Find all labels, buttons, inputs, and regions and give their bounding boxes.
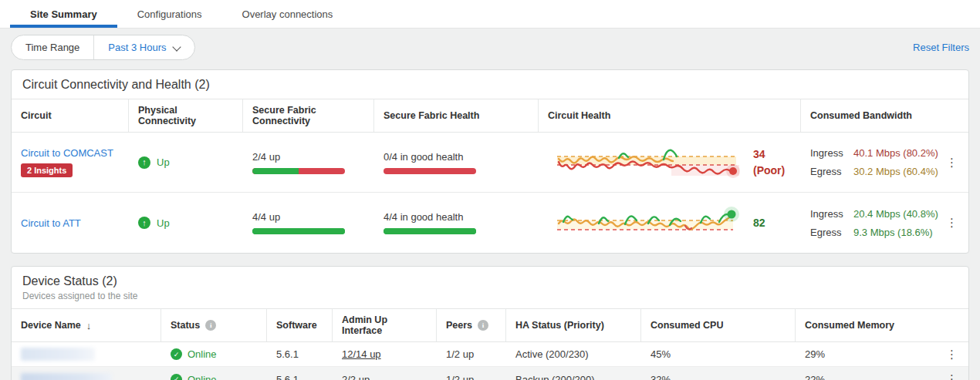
col-consumed-cpu: Consumed CPU <box>641 309 796 341</box>
fabric-health-text: 0/4 in good health <box>384 151 529 163</box>
col-software: Software <box>267 309 333 341</box>
tab-configurations[interactable]: Configurations <box>117 0 222 28</box>
device-row: ✓ Online 5.6.1 12/14 up 1/2 up Active (2… <box>12 342 968 367</box>
physical-status: Up <box>157 217 170 229</box>
device-panel-title: Device Status (2) <box>22 274 958 288</box>
device-peers: 1/2 up <box>437 371 506 380</box>
ingress-value: 40.1 Mbps (80.2%) <box>853 147 938 159</box>
fabric-connectivity-bar <box>252 168 345 174</box>
col-circuit-health: Circuit Health <box>539 99 801 132</box>
col-admin-up-interface: Admin Up Interface <box>333 309 437 341</box>
col-status: Status i <box>161 309 267 341</box>
admin-up-interface-link[interactable]: 2/2 up <box>342 374 370 380</box>
device-consumed-cpu: 45% <box>641 345 796 363</box>
info-icon[interactable]: i <box>478 320 488 331</box>
ingress-label: Ingress <box>810 147 846 159</box>
fabric-connectivity-text: 2/4 up <box>252 151 365 163</box>
device-ha-status: Active (200/230) <box>506 345 641 363</box>
info-icon[interactable]: i <box>205 320 216 331</box>
device-table-header: Device Name ↓ Status i Software Admin Up… <box>12 309 968 342</box>
fabric-health-text: 4/4 in good health <box>384 211 529 223</box>
tab-overlay-connections[interactable]: Overlay connections <box>222 0 353 28</box>
device-status-panel: Device Status (2) Devices assigned to th… <box>11 266 969 380</box>
health-score: 82 <box>753 215 765 231</box>
fabric-connectivity-text: 4/4 up <box>252 211 365 223</box>
col-ha-status: HA Status (Priority) <box>506 309 641 341</box>
col-consumed-memory: Consumed Memory <box>796 309 968 341</box>
tab-configurations-label: Configurations <box>137 8 202 20</box>
up-arrow-icon: ↑ <box>138 156 150 169</box>
health-score: 34 <box>753 146 785 163</box>
chevron-down-icon <box>174 42 181 49</box>
health-score-label: (Poor) <box>753 163 785 179</box>
time-range-dropdown[interactable]: Past 3 Hours <box>94 35 194 59</box>
egress-label: Egress <box>810 166 846 177</box>
col-secure-fabric-health: Secure Fabric Health <box>374 99 539 132</box>
egress-value: 30.2 Mbps (60.4%) <box>853 166 938 177</box>
egress-value: 9.3 Mbps (18.6%) <box>853 227 933 238</box>
egress-label: Egress <box>810 227 846 238</box>
col-peers-label: Peers <box>446 320 472 331</box>
reset-filters-link[interactable]: Reset Filters <box>913 42 969 53</box>
device-row: ✓ Online 5.6.1 2/2 up 1/2 up Backup (200… <box>12 367 968 380</box>
check-circle-icon: ✓ <box>171 348 182 360</box>
filter-bar: Time Range Past 3 Hours Reset Filters <box>0 29 980 66</box>
circuit-link[interactable]: Circuit to ATT <box>21 217 120 229</box>
tab-site-summary[interactable]: Site Summary <box>10 0 117 28</box>
insights-badge[interactable]: 2 Insights <box>21 163 73 177</box>
page-tabs: Site Summary Configurations Overlay conn… <box>0 0 980 29</box>
circuit-connectivity-panel: Circuit Connectivity and Health (2) Circ… <box>11 69 969 254</box>
fabric-health-bar <box>384 168 476 174</box>
circuit-row-att: Circuit to ATT ↑ Up 4/4 up 4/4 in good h… <box>12 193 968 253</box>
col-peers: Peers i <box>437 309 506 341</box>
circuit-table-header: Circuit Physical Connectivity Secure Fab… <box>12 99 968 133</box>
device-name-redacted[interactable] <box>21 348 95 361</box>
fabric-health-bar <box>384 228 476 234</box>
row-actions-menu-icon[interactable]: ⋮ <box>941 348 962 360</box>
up-arrow-icon: ↑ <box>138 217 150 229</box>
device-status: Online <box>188 348 217 360</box>
sort-descending-icon[interactable]: ↓ <box>86 320 92 331</box>
col-circuit: Circuit <box>12 99 129 132</box>
row-actions-menu-icon[interactable]: ⋮ <box>941 373 962 380</box>
ingress-value: 20.4 Mbps (40.8%) <box>853 208 938 220</box>
time-range-label: Time Range <box>12 35 94 59</box>
row-actions-menu-icon[interactable]: ⋮ <box>941 217 962 229</box>
physical-status: Up <box>157 156 170 168</box>
time-range-filter: Time Range Past 3 Hours <box>11 35 195 60</box>
device-name-redacted[interactable] <box>21 373 112 380</box>
circuit-panel-title: Circuit Connectivity and Health (2) <box>22 78 958 92</box>
device-ha-status: Backup (200/200) <box>506 371 641 380</box>
col-physical-connectivity: Physical Connectivity <box>129 99 243 132</box>
admin-up-interface-link[interactable]: 12/14 up <box>342 348 381 360</box>
circuit-link[interactable]: Circuit to COMCAST <box>21 147 120 159</box>
col-consumed-bandwidth: Consumed Bandwidth <box>801 99 968 132</box>
tab-overlay-connections-label: Overlay connections <box>242 8 333 20</box>
col-device-name[interactable]: Device Name ↓ <box>12 309 161 341</box>
col-secure-fabric-connectivity: Secure Fabric Connectivity <box>243 99 374 132</box>
ingress-label: Ingress <box>810 208 846 220</box>
device-panel-subtitle: Devices assigned to the site <box>22 291 958 301</box>
circuit-health-sparkline <box>557 145 742 180</box>
check-circle-icon: ✓ <box>171 374 182 380</box>
device-consumed-cpu: 32% <box>641 371 796 380</box>
row-actions-menu-icon[interactable]: ⋮ <box>941 156 962 168</box>
device-software: 5.6.1 <box>267 371 333 380</box>
device-software: 5.6.1 <box>267 345 333 363</box>
col-status-label: Status <box>171 320 200 331</box>
tab-site-summary-label: Site Summary <box>30 8 97 20</box>
device-peers: 1/2 up <box>437 345 506 363</box>
device-status: Online <box>188 374 217 380</box>
circuit-health-sparkline <box>557 205 742 240</box>
circuit-row-comcast: Circuit to COMCAST 2 Insights ↑ Up 2/4 u… <box>12 133 968 193</box>
time-range-value: Past 3 Hours <box>108 42 166 53</box>
fabric-connectivity-bar <box>252 228 345 234</box>
col-device-name-label: Device Name <box>21 320 81 331</box>
